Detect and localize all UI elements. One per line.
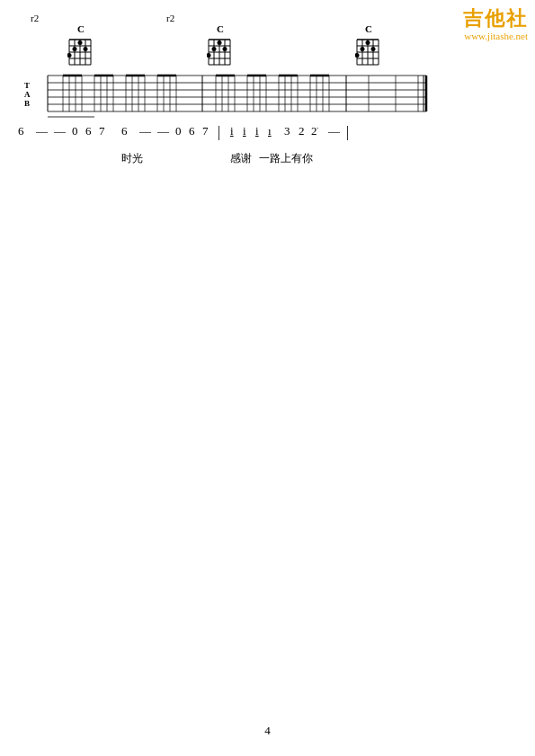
lyric-yilushang: 一路上有你 (259, 151, 313, 166)
lyric-ganzhe: 感谢 (230, 151, 252, 166)
svg-point-11 (73, 47, 77, 51)
note-2-dot: 2· (311, 124, 319, 138)
svg-point-40 (371, 47, 376, 51)
chord-svg-3 (355, 36, 382, 67)
barline-1: | (218, 124, 220, 140)
note-3: 3 (284, 124, 290, 138)
note-0-2: 0 (175, 124, 182, 138)
chord-diagram-3: C (355, 23, 382, 67)
lyrics-row: 时光 感谢 一路上有你 (18, 151, 432, 169)
note-i-3: i (255, 124, 259, 138)
svg-text:B: B (24, 99, 30, 108)
svg-point-24 (218, 40, 222, 45)
svg-text:A: A (24, 90, 31, 99)
staff-svg: T A B (18, 68, 432, 119)
svg-point-26 (223, 47, 227, 51)
svg-point-27 (207, 53, 211, 58)
svg-point-10 (78, 40, 83, 45)
svg-point-39 (361, 47, 365, 51)
barline-2: | (346, 124, 349, 140)
svg-text:T: T (24, 81, 30, 90)
note-dash-1: — (36, 124, 48, 138)
note-0-1: 0 (72, 124, 78, 138)
page-number: 4 (264, 724, 271, 738)
svg-point-38 (366, 40, 370, 45)
repeat-marker-2: r2 (166, 13, 174, 23)
note-dash-3: — (139, 124, 151, 138)
repeat-marker-1: r2 (31, 13, 39, 23)
chord-svg-1 (67, 36, 94, 67)
watermark: 吉他社 www.jitashe.net (463, 7, 528, 43)
note-i-4: ı (268, 124, 272, 138)
svg-point-41 (355, 53, 360, 58)
chord-diagram-1: C (67, 23, 94, 67)
note-7-2: 7 (202, 124, 209, 138)
chord-label-1: C (77, 23, 85, 34)
note-2-1: 2 (299, 124, 305, 138)
svg-point-13 (67, 53, 72, 58)
note-7-1: 7 (99, 124, 105, 138)
chord-row: r2 C (18, 13, 423, 67)
note-i-1: i (230, 124, 234, 138)
chord-svg-2 (207, 36, 234, 67)
svg-point-25 (212, 47, 217, 51)
note-6-2: 6 (85, 124, 92, 138)
watermark-text: 吉他社 (463, 7, 528, 31)
chord-label-2: C (217, 23, 224, 34)
note-6-4: 6 (189, 124, 195, 138)
note-dash-4: — (157, 124, 169, 138)
note-i-2: i (243, 124, 246, 138)
chord-diagram-2: C (207, 23, 234, 67)
lyric-shiguang: 时光 (121, 151, 143, 166)
note-6-1: 6 (18, 124, 24, 138)
tab-staff: T A B (18, 68, 432, 122)
chord-label-3: C (365, 23, 372, 34)
svg-point-12 (84, 47, 88, 51)
note-dash-2: — (54, 124, 66, 138)
notes-row-1: 6 — — 0 6 7 6 — — 0 6 7 | i i i ı 3 2 2·… (18, 124, 432, 151)
music-area: r2 C (18, 13, 432, 169)
note-dash-5: — (328, 124, 340, 138)
watermark-url: www.jitashe.net (463, 31, 528, 42)
note-6-3: 6 (121, 124, 128, 138)
